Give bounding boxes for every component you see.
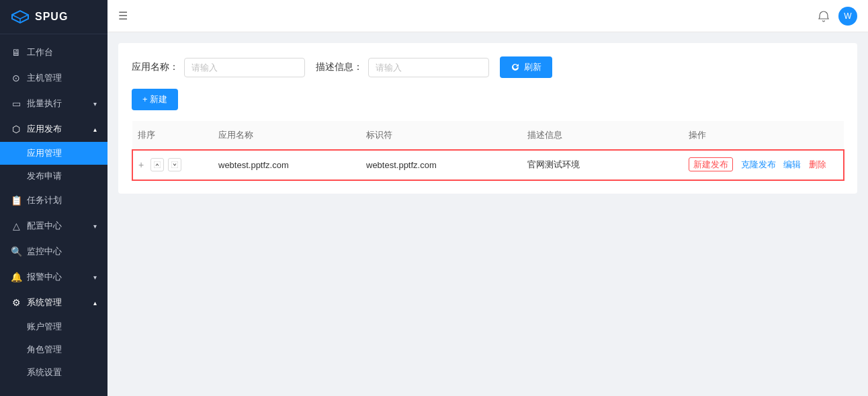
batch-icon: ▭ bbox=[11, 98, 21, 109]
sort-up-button[interactable] bbox=[150, 158, 164, 171]
sidebar-item-deploy-req-label: 发布申请 bbox=[27, 170, 62, 182]
refresh-icon bbox=[511, 63, 520, 72]
sidebar-item-monitor-label: 监控中心 bbox=[27, 245, 62, 258]
workspace-icon: 🖥 bbox=[11, 47, 21, 58]
sidebar-item-alert-label: 报警中心 bbox=[27, 271, 62, 283]
sidebar-item-app-mgmt[interactable]: 应用管理 bbox=[0, 142, 107, 165]
sidebar-item-batch[interactable]: ▭ 批量执行 ▾ bbox=[0, 91, 107, 116]
sort-down-button[interactable] bbox=[168, 158, 181, 171]
main-content: 应用名称： 描述信息： 刷新 + 新建 bbox=[107, 32, 868, 396]
sidebar-item-deploy-label: 应用发布 bbox=[27, 123, 62, 135]
topbar-left: ☰ bbox=[118, 9, 128, 22]
sidebar-menu: 🖥 工作台 ⊙ 主机管理 ▭ 批量执行 ▾ ⬡ 应用发布 ▴ 应用管理 发布申请… bbox=[0, 34, 107, 396]
sidebar-item-system[interactable]: ⚙ 系统管理 ▴ bbox=[0, 290, 107, 315]
svg-rect-1 bbox=[171, 161, 178, 168]
expand-button[interactable]: + bbox=[138, 159, 144, 170]
menu-toggle-button[interactable]: ☰ bbox=[118, 9, 128, 22]
sidebar-item-config[interactable]: △ 配置中心 ▾ bbox=[0, 213, 107, 239]
sidebar-item-deploy-req[interactable]: 发布申请 bbox=[0, 165, 107, 188]
sidebar-item-role-label: 角色管理 bbox=[27, 344, 62, 356]
sidebar-item-task[interactable]: 📋 任务计划 bbox=[0, 188, 107, 213]
notification-icon[interactable] bbox=[817, 9, 830, 23]
desc-input[interactable] bbox=[368, 58, 489, 77]
edit-link[interactable]: 编辑 bbox=[783, 159, 801, 169]
avatar-text: W bbox=[844, 11, 851, 21]
system-arrow: ▴ bbox=[93, 299, 97, 307]
sidebar-logo: SPUG bbox=[0, 0, 107, 34]
table-body: + bbox=[132, 150, 844, 180]
svg-rect-0 bbox=[154, 161, 161, 168]
sidebar-item-account-label: 账户管理 bbox=[27, 321, 62, 333]
sidebar-item-task-label: 任务计划 bbox=[27, 194, 62, 206]
app-table: 排序 应用名称 标识符 描述信息 操作 + bbox=[132, 121, 844, 180]
col-name: 应用名称 bbox=[213, 121, 361, 150]
cell-sort: + bbox=[132, 150, 213, 180]
desc-filter-group: 描述信息： bbox=[316, 58, 489, 77]
logo-text: SPUG bbox=[35, 11, 68, 23]
sidebar-item-workspace[interactable]: 🖥 工作台 bbox=[0, 40, 107, 65]
table-row: + bbox=[132, 150, 844, 180]
col-desc: 描述信息 bbox=[522, 121, 683, 150]
deploy-icon: ⬡ bbox=[11, 124, 21, 134]
sidebar-item-alert[interactable]: 🔔 报警中心 ▾ bbox=[0, 264, 107, 290]
delete-link[interactable]: 删除 bbox=[809, 159, 826, 169]
desc-label: 描述信息： bbox=[316, 61, 363, 73]
add-button[interactable]: + 新建 bbox=[132, 89, 178, 110]
sidebar: SPUG 🖥 工作台 ⊙ 主机管理 ▭ 批量执行 ▾ ⬡ 应用发布 ▴ 应用管理… bbox=[0, 0, 107, 396]
sort-controls: + bbox=[138, 158, 208, 171]
col-identifier: 标识符 bbox=[361, 121, 522, 150]
sidebar-item-deploy[interactable]: ⬡ 应用发布 ▴ bbox=[0, 116, 107, 142]
system-icon: ⚙ bbox=[11, 297, 21, 308]
refresh-label: 刷新 bbox=[524, 61, 541, 73]
app-name-filter-group: 应用名称： bbox=[132, 58, 305, 77]
cell-desc: 官网测试环境 bbox=[522, 150, 683, 180]
col-sort: 排序 bbox=[132, 121, 213, 150]
sidebar-item-config-label: 配置中心 bbox=[27, 220, 62, 232]
monitor-icon: 🔍 bbox=[11, 246, 21, 257]
content-card: 应用名称： 描述信息： 刷新 + 新建 bbox=[118, 43, 857, 194]
config-icon: △ bbox=[11, 221, 21, 231]
user-avatar[interactable]: W bbox=[838, 7, 857, 26]
sort-down-icon bbox=[171, 161, 178, 168]
sidebar-item-account[interactable]: 账户管理 bbox=[0, 315, 107, 338]
filter-row: 应用名称： 描述信息： 刷新 bbox=[132, 56, 844, 78]
refresh-button[interactable]: 刷新 bbox=[500, 56, 552, 78]
table-header: 排序 应用名称 标识符 描述信息 操作 bbox=[132, 121, 844, 150]
sidebar-item-role[interactable]: 角色管理 bbox=[0, 338, 107, 361]
logo-icon bbox=[11, 9, 30, 24]
config-arrow: ▾ bbox=[93, 223, 97, 230]
host-icon: ⊙ bbox=[11, 73, 21, 83]
main-area: ☰ W 应用名称： 描述信息： bbox=[107, 0, 868, 396]
sidebar-item-host[interactable]: ⊙ 主机管理 bbox=[0, 65, 107, 91]
sort-up-icon bbox=[154, 161, 161, 168]
topbar-right: W bbox=[817, 7, 857, 26]
sidebar-item-batch-label: 批量执行 bbox=[27, 97, 62, 110]
sidebar-item-monitor[interactable]: 🔍 监控中心 bbox=[0, 239, 107, 264]
alert-icon: 🔔 bbox=[11, 272, 21, 282]
sidebar-item-workspace-label: 工作台 bbox=[27, 46, 53, 58]
deploy-arrow: ▴ bbox=[93, 126, 97, 133]
cell-name: webtest.pptfz.com bbox=[213, 150, 361, 180]
cell-identifier: webtest.pptfz.com bbox=[361, 150, 522, 180]
cell-actions: 新建发布 克隆发布 编辑 删除 bbox=[683, 150, 844, 180]
col-action: 操作 bbox=[683, 121, 844, 150]
topbar: ☰ W bbox=[107, 0, 868, 32]
sidebar-item-app-mgmt-label: 应用管理 bbox=[27, 147, 62, 159]
app-name-input[interactable] bbox=[184, 58, 305, 77]
batch-arrow: ▾ bbox=[93, 100, 97, 108]
sidebar-item-host-label: 主机管理 bbox=[27, 72, 62, 84]
app-name-label: 应用名称： bbox=[132, 61, 179, 73]
sidebar-item-system-label: 系统管理 bbox=[27, 296, 62, 309]
sidebar-item-settings[interactable]: 系统设置 bbox=[0, 361, 107, 384]
alert-arrow: ▾ bbox=[93, 274, 97, 281]
sidebar-item-settings-label: 系统设置 bbox=[27, 366, 62, 379]
new-release-button[interactable]: 新建发布 bbox=[689, 157, 733, 171]
clone-release-link[interactable]: 克隆发布 bbox=[741, 159, 776, 169]
task-icon: 📋 bbox=[11, 195, 21, 206]
add-label: + 新建 bbox=[142, 93, 167, 106]
